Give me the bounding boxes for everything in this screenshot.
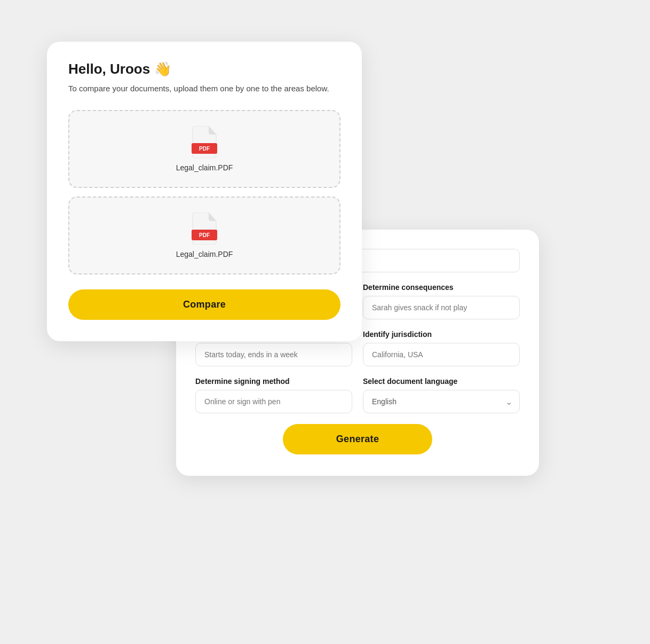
compare-card: Hello, Uroos 👋 To compare your documents… (47, 42, 362, 341)
language-select[interactable]: English Spanish French German Chinese (363, 390, 520, 413)
upload-zone-2[interactable]: PDF Legal_claim.PDF (68, 197, 340, 274)
generate-button[interactable]: Generate (283, 424, 432, 454)
pdf-icon-2: PDF (191, 213, 218, 245)
upload-zone-1[interactable]: PDF Legal_claim.PDF (68, 110, 340, 188)
identify-jurisdiction-input[interactable] (363, 343, 520, 366)
greeting-emoji: 👋 (154, 61, 171, 77)
determine-consequences-label: Determine consequences (363, 283, 520, 292)
determine-consequences-group: Determine consequences (363, 283, 520, 319)
determine-signing-label: Determine signing method (195, 377, 352, 386)
greeting-text: Hello, Uroos (68, 61, 150, 77)
compare-button[interactable]: Compare (68, 289, 340, 320)
identify-jurisdiction-group: Identify jurisdiction (363, 330, 520, 366)
select-language-label: Select document language (363, 377, 520, 386)
language-select-wrapper: English Spanish French German Chinese (363, 390, 520, 413)
determine-consequences-input[interactable] (363, 296, 520, 319)
svg-text:PDF: PDF (199, 232, 210, 238)
subtitle: To compare your documents, upload them o… (68, 83, 340, 95)
determine-signing-group: Determine signing method (195, 377, 352, 413)
pdf-icon-1: PDF (191, 126, 218, 158)
file-name-1: Legal_claim.PDF (176, 163, 233, 172)
identify-jurisdiction-label: Identify jurisdiction (363, 330, 520, 339)
form-row-3: Determine signing method Select document… (195, 377, 520, 413)
determine-signing-input[interactable] (195, 390, 352, 413)
greeting: Hello, Uroos 👋 (68, 61, 340, 77)
select-language-group: Select document language English Spanish… (363, 377, 520, 413)
file-name-2: Legal_claim.PDF (176, 250, 233, 258)
svg-text:PDF: PDF (199, 146, 210, 152)
specify-dates-input[interactable] (195, 343, 352, 366)
